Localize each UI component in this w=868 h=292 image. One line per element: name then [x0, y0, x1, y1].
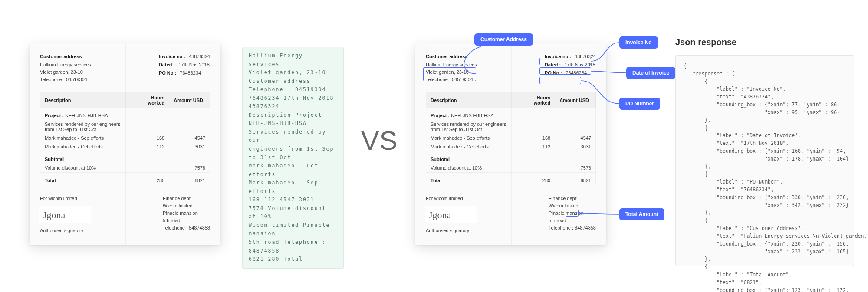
auth-label: Authorised signatory	[40, 227, 91, 234]
line-amount: 3031	[169, 142, 210, 151]
invoice-table: Description Hours worked Amount USD Proj…	[40, 92, 210, 185]
col-amount: Amount USD	[169, 92, 210, 108]
line-amount: 3031	[555, 142, 596, 151]
tag-customer-address: Customer Address	[474, 33, 533, 46]
invoice-no-value: 43876324	[575, 53, 596, 60]
signatory-block: For wicom limited Jgona Authorised signa…	[40, 195, 91, 234]
total-amount: 6821	[169, 176, 210, 185]
finance-line: Wicom limited	[549, 202, 596, 210]
col-hours: Hours worked	[128, 92, 169, 108]
customer-address-block: Customer address Hallium Energy services…	[40, 53, 91, 83]
total-hours: 280	[514, 176, 555, 185]
finance-line: 5th road	[549, 217, 596, 224]
finance-line: Telephone : 84874858	[549, 224, 596, 232]
dated-value: 17th Nov 2018	[564, 61, 595, 69]
vs-label: VS	[361, 125, 398, 156]
total-hours: 280	[128, 176, 169, 185]
finance-block: Finance dept: Wicom limited Pinacle mans…	[163, 195, 210, 234]
tag-invoice-no: Invoice No	[619, 36, 658, 49]
finance-label: Finance dept:	[549, 195, 596, 202]
customer-address-block: Customer address Hallium Energy services…	[426, 53, 477, 83]
finance-line: 5th road	[163, 217, 210, 224]
line-desc: Mark mahadeo - Sep efforts	[426, 134, 514, 142]
project-label: Project :	[431, 113, 450, 118]
invoice-meta-block: Invoice no :43876324 Dated :17th Nov 201…	[545, 53, 596, 83]
line-hours: 168	[128, 134, 169, 142]
finance-block: Finance dept: Wicom limited Pinacle mans…	[549, 195, 596, 234]
line-hours: 112	[128, 142, 169, 151]
col-description: Description	[40, 92, 128, 108]
discount-amount: 7578	[169, 164, 210, 173]
customer-line: Violet garden, 23-10	[40, 69, 91, 76]
subtotal-label: Subtotal	[426, 155, 514, 164]
auth-label: Authorised signatory	[426, 227, 477, 234]
finance-line: Wicom limited	[163, 202, 210, 210]
line-desc: Mark mahadeo - Oct efforts	[40, 142, 128, 151]
finance-line: Pinacle mansion	[549, 210, 596, 217]
ocr-output-panel: Hallium Energy services Violet garden, 2…	[242, 47, 344, 269]
invoice-no-value: 43876324	[189, 53, 210, 60]
tag-total-amount: Total Amount	[619, 208, 664, 220]
total-label: Total	[40, 176, 128, 185]
project-label: Project :	[45, 113, 64, 118]
for-label: For wicom limited	[426, 195, 477, 202]
customer-address-label: Customer address	[426, 53, 477, 60]
discount-amount: 7578	[555, 164, 596, 173]
tag-date-of-invoice: Date of Invoice	[626, 67, 675, 79]
signatory-block: For wicom limited Jgona Authorised signa…	[426, 195, 477, 234]
invoice-no-label: Invoice no :	[159, 53, 185, 60]
finance-line: Pinacle mansion	[163, 210, 210, 217]
dated-label: Dated :	[159, 61, 175, 69]
total-label: Total	[426, 176, 514, 185]
invoice-right: Customer address Hallium Energy services…	[415, 43, 606, 245]
customer-line: Violet garden, 23-10	[426, 69, 477, 76]
po-no-value: 76486234	[566, 69, 587, 77]
line-hours: 112	[514, 142, 555, 151]
service-desc: Services rendered by our engineers from …	[426, 120, 514, 134]
invoice-left: Customer address Hallium Energy services…	[30, 43, 220, 245]
col-amount: Amount USD	[555, 92, 596, 108]
dated-label: Dated :	[545, 61, 561, 69]
finance-line: Telephone : 84874858	[163, 224, 210, 232]
service-desc: Services rendered by our engineers from …	[40, 120, 128, 134]
col-description: Description	[426, 92, 514, 108]
discount-label: Volume discount at 10%	[426, 164, 514, 173]
invoice-table: Description Hours worked Amount USD Proj…	[426, 92, 596, 185]
subtotal-label: Subtotal	[40, 155, 128, 164]
invoice-meta-block: Invoice no :43876324 Dated :17th Nov 201…	[159, 53, 210, 83]
po-no-value: 76486234	[180, 69, 201, 77]
for-label: For wicom limited	[40, 195, 91, 202]
json-body: { "response" : [ { "label" : "Invoice No…	[675, 55, 854, 266]
customer-address-label: Customer address	[40, 53, 91, 60]
line-amount: 4547	[555, 134, 596, 142]
customer-line: Telephone : 04519304	[40, 76, 91, 83]
project-code: NEH-JNS-HJB-HSA	[451, 113, 493, 118]
line-desc: Mark mahadeo - Sep efforts	[40, 134, 128, 142]
col-hours: Hours worked	[514, 92, 555, 108]
po-no-label: PO No :	[545, 69, 562, 77]
signature: Jgona	[39, 206, 91, 223]
line-hours: 168	[514, 134, 555, 142]
dated-value: 17th Nov 2018	[178, 61, 210, 69]
customer-line: Telephone : 04519304	[426, 76, 477, 83]
line-amount: 4547	[169, 134, 210, 142]
tag-po-number: PO Number	[619, 98, 660, 110]
signature: Jgona	[425, 206, 477, 223]
total-amount: 6821	[555, 176, 596, 185]
po-no-label: PO No :	[159, 69, 176, 77]
finance-label: Finance dept:	[163, 195, 210, 202]
line-desc: Mark mahadeo - Oct efforts	[426, 142, 514, 151]
project-code: NEH-JNS-HJB-HSA	[65, 113, 108, 118]
discount-label: Volume discount at 10%	[40, 164, 128, 173]
json-title: Json response	[675, 37, 854, 47]
invoice-no-label: Invoice no :	[545, 53, 571, 60]
customer-line: Hallium Energy services	[40, 61, 91, 69]
json-response: Json response { "response" : [ { "label"…	[675, 37, 854, 266]
customer-line: Hallium Energy services	[426, 61, 477, 69]
